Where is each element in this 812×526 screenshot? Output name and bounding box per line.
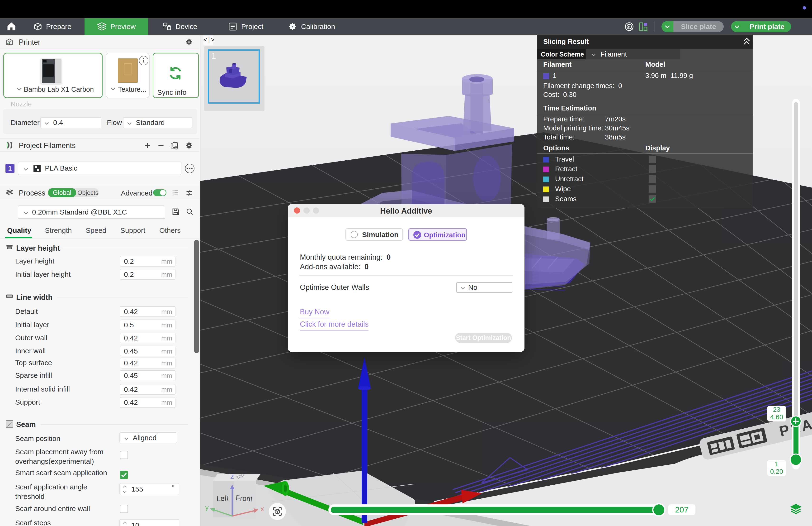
svg-text:z: z [230,472,234,480]
